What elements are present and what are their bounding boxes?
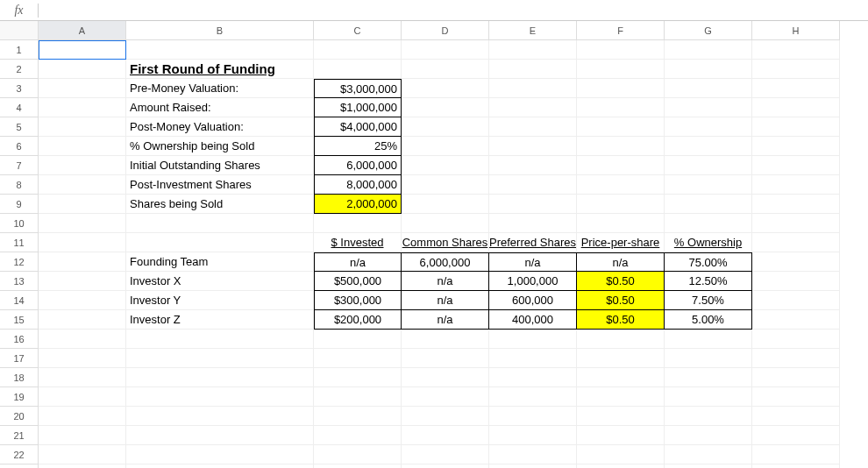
row-header-3[interactable]: 3 (0, 79, 39, 98)
cell-C17[interactable] (314, 349, 402, 368)
cell-F7[interactable] (577, 156, 665, 175)
cell-H2[interactable] (752, 60, 840, 79)
row-header-4[interactable]: 4 (0, 98, 39, 117)
cell-B15[interactable]: Investor Z (126, 310, 314, 330)
cell-A2[interactable] (39, 60, 126, 79)
cell-C3[interactable]: $3,000,000 (314, 79, 402, 98)
cell-H5[interactable] (752, 117, 840, 137)
cell-F10[interactable] (577, 214, 665, 233)
cell-D23[interactable] (402, 464, 489, 468)
col-header-D[interactable]: D (402, 21, 489, 40)
row-header-20[interactable]: 20 (0, 407, 39, 426)
cell-F15[interactable]: $0.50 (577, 310, 665, 330)
cell-G14[interactable]: 7.50% (665, 291, 752, 310)
cell-G18[interactable] (665, 368, 752, 387)
cell-B3[interactable]: Pre-Money Valuation: (126, 79, 314, 98)
cell-B22[interactable] (126, 445, 314, 464)
cell-H9[interactable] (752, 195, 840, 214)
cell-H10[interactable] (752, 214, 840, 233)
cell-E5[interactable] (489, 117, 577, 137)
cell-A17[interactable] (39, 349, 126, 368)
row-header-9[interactable]: 9 (0, 195, 39, 214)
cell-A20[interactable] (39, 407, 126, 426)
row-header-10[interactable]: 10 (0, 214, 39, 233)
cell-H17[interactable] (752, 349, 840, 368)
cell-G10[interactable] (665, 214, 752, 233)
cell-D20[interactable] (402, 407, 489, 426)
cell-B14[interactable]: Investor Y (126, 291, 314, 310)
cell-F5[interactable] (577, 117, 665, 137)
cell-C8[interactable]: 8,000,000 (314, 175, 402, 195)
row-header-23[interactable]: 23 (0, 464, 39, 468)
cell-D9[interactable] (402, 195, 489, 214)
cell-F3[interactable] (577, 79, 665, 98)
cell-B12[interactable]: Founding Team (126, 252, 314, 272)
cell-B16[interactable] (126, 330, 314, 349)
cell-A18[interactable] (39, 368, 126, 387)
cell-E20[interactable] (489, 407, 577, 426)
row-header-17[interactable]: 17 (0, 349, 39, 368)
cell-A1[interactable] (39, 40, 126, 60)
row-header-13[interactable]: 13 (0, 272, 39, 291)
cell-H21[interactable] (752, 426, 840, 445)
cell-F14[interactable]: $0.50 (577, 291, 665, 310)
cell-E19[interactable] (489, 387, 577, 407)
cell-H19[interactable] (752, 387, 840, 407)
cell-H6[interactable] (752, 137, 840, 156)
row-header-16[interactable]: 16 (0, 330, 39, 349)
cell-A23[interactable] (39, 464, 126, 468)
cell-G17[interactable] (665, 349, 752, 368)
col-header-G[interactable]: G (665, 21, 752, 40)
cell-A5[interactable] (39, 117, 126, 137)
cell-H16[interactable] (752, 330, 840, 349)
cell-B11[interactable] (126, 233, 314, 252)
cell-C23[interactable] (314, 464, 402, 468)
cell-D1[interactable] (402, 40, 489, 60)
cell-F23[interactable] (577, 464, 665, 468)
cell-H15[interactable] (752, 310, 840, 330)
cell-G8[interactable] (665, 175, 752, 195)
cell-A3[interactable] (39, 79, 126, 98)
cell-B13[interactable]: Investor X (126, 272, 314, 291)
row-header-7[interactable]: 7 (0, 156, 39, 175)
cell-A9[interactable] (39, 195, 126, 214)
cell-E22[interactable] (489, 445, 577, 464)
cell-G13[interactable]: 12.50% (665, 272, 752, 291)
cell-F21[interactable] (577, 426, 665, 445)
cell-E17[interactable] (489, 349, 577, 368)
cell-D5[interactable] (402, 117, 489, 137)
col-header-B[interactable]: B (126, 21, 314, 40)
cell-B17[interactable] (126, 349, 314, 368)
cell-F1[interactable] (577, 40, 665, 60)
cell-D16[interactable] (402, 330, 489, 349)
cell-E16[interactable] (489, 330, 577, 349)
cell-C2[interactable] (314, 60, 402, 79)
cell-F22[interactable] (577, 445, 665, 464)
spreadsheet-grid[interactable]: ABCDEFGH12First Round of Funding3Pre-Mon… (0, 21, 868, 468)
cell-D3[interactable] (402, 79, 489, 98)
cell-F9[interactable] (577, 195, 665, 214)
cell-H8[interactable] (752, 175, 840, 195)
cell-G21[interactable] (665, 426, 752, 445)
cell-A10[interactable] (39, 214, 126, 233)
cell-A6[interactable] (39, 137, 126, 156)
cell-C6[interactable]: 25% (314, 137, 402, 156)
row-header-19[interactable]: 19 (0, 387, 39, 407)
cell-G1[interactable] (665, 40, 752, 60)
cell-E11[interactable]: Preferred Shares (489, 233, 577, 252)
row-header-5[interactable]: 5 (0, 117, 39, 137)
cell-F6[interactable] (577, 137, 665, 156)
cell-G19[interactable] (665, 387, 752, 407)
select-all-corner[interactable] (0, 21, 39, 40)
col-header-A[interactable]: A (39, 21, 126, 40)
cell-F2[interactable] (577, 60, 665, 79)
cell-F8[interactable] (577, 175, 665, 195)
row-header-8[interactable]: 8 (0, 175, 39, 195)
cell-B4[interactable]: Amount Raised: (126, 98, 314, 117)
formula-input[interactable] (39, 1, 868, 20)
cell-H18[interactable] (752, 368, 840, 387)
cell-E1[interactable] (489, 40, 577, 60)
cell-H7[interactable] (752, 156, 840, 175)
cell-B8[interactable]: Post-Investment Shares (126, 175, 314, 195)
cell-E21[interactable] (489, 426, 577, 445)
